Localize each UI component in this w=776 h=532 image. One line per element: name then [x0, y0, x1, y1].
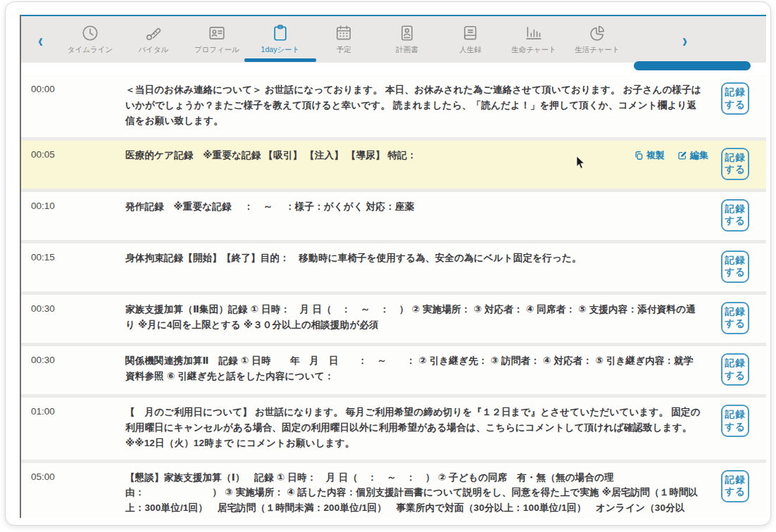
row-text: ＜当日のお休み連絡について＞ お世話になっております。 本日、お休みされた為ご連… [125, 82, 720, 129]
row-time: 00:30 [21, 302, 125, 314]
app-window: ‹ タイムライン バイタル プロフィール 1dayシート 予定 計画書 人生録 … [5, 1, 771, 526]
copy-icon [634, 151, 644, 160]
record-button[interactable]: 記録する [721, 405, 749, 437]
book-icon [461, 24, 480, 42]
row-time: 00:05 [21, 148, 125, 160]
prev-tabs-button[interactable]: ‹ [31, 30, 50, 49]
record-row: 05:00 【懇談】家族支援加算（Ⅰ） 記録 ① 日時： 月 日（ ： ～ ： … [21, 463, 766, 518]
tab-label: 生命チャート [511, 45, 556, 55]
bar-chart-icon [525, 24, 543, 42]
clipboard-icon [271, 24, 289, 42]
tab-label: 人生録 [459, 45, 482, 55]
record-button[interactable]: 記録する [721, 148, 749, 180]
row-text: 【懇談】家族支援加算（Ⅰ） 記録 ① 日時： 月 日（ ： ～ ： ） ② 子ど… [125, 470, 720, 518]
edit-icon [677, 151, 687, 160]
row-text: 関係機関連携加算Ⅱ 記録 ① 日時 年 月 日 ： ～ ： ② 引き継ぎ先： ③… [125, 353, 720, 384]
row-time: 00:30 [21, 353, 125, 365]
row-time: 00:00 [21, 82, 125, 94]
pie-chart-icon [588, 24, 606, 42]
tab-label: タイムライン [68, 45, 113, 55]
row-text: 家族支援加算（Ⅱ集団）記録 ① 日時： 月 日（ ： ～ ： ） ② 実施場所：… [125, 302, 720, 333]
record-button[interactable]: 記録する [721, 470, 749, 502]
record-row: 00:00 ＜当日のお休み連絡について＞ お世話になっております。 本日、お休み… [21, 75, 766, 137]
row-time: 00:15 [21, 251, 125, 262]
tab-label: バイタル [139, 45, 169, 55]
tab-label: 生活チャート [575, 45, 620, 55]
record-row: 00:30 家族支援加算（Ⅱ集団）記録 ① 日時： 月 日（ ： ～ ： ） ②… [21, 295, 766, 343]
clock-icon [81, 24, 99, 42]
record-row: 00:15 身体拘束記録【開始】【終了】目的： 移動時に車椅子を使用する為、安全… [21, 243, 766, 291]
record-row: 00:05 医療的ケア記録 ※重要な記録 【吸引】 【注入】 【導尿】 特記： … [21, 141, 766, 189]
calendar-icon [334, 24, 353, 42]
tab-clipboard[interactable]: 1dayシート [249, 18, 312, 62]
horizontal-scrollbar-thumb[interactable] [634, 61, 751, 70]
plan-badge-icon [398, 24, 416, 42]
thermometer-icon [144, 24, 163, 42]
tab-label: 計画書 [396, 45, 418, 55]
record-row: 00:10 発作記録 ※重要な記録 ： ～ ：様子：がくがく 対応：座薬 記録す… [21, 192, 766, 240]
active-tab-underline [244, 58, 316, 62]
record-button[interactable]: 記録する [721, 251, 749, 283]
row-text: 身体拘束記録【開始】【終了】目的： 移動時に車椅子を使用する為、安全の為にベルト… [125, 251, 720, 266]
tab-thermometer[interactable]: バイタル [122, 18, 185, 55]
tab-book[interactable]: 人生録 [439, 18, 502, 55]
row-actions: 複製 編集 [634, 148, 708, 162]
row-text: 【 月のご利用日について】 お世話になります。 毎月ご利用希望の締め切りを『１２… [125, 405, 720, 451]
tab-bar: ‹ タイムライン バイタル プロフィール 1dayシート 予定 計画書 人生録 … [21, 15, 766, 63]
tab-bar-chart[interactable]: 生命チャート [502, 18, 565, 55]
tab-label: 予定 [337, 45, 351, 55]
tab-plan-badge[interactable]: 計画書 [375, 18, 439, 55]
next-tabs-button[interactable]: › [675, 30, 694, 49]
row-text: 発作記録 ※重要な記録 ： ～ ：様子：がくがく 対応：座薬 [125, 199, 720, 215]
record-button[interactable]: 記録する [721, 82, 749, 115]
tab-pie-chart[interactable]: 生活チャート [565, 18, 629, 55]
row-text: 医療的ケア記録 ※重要な記録 【吸引】 【注入】 【導尿】 特記： [125, 148, 634, 163]
id-card-icon [208, 24, 226, 42]
app-content: ‹ タイムライン バイタル プロフィール 1dayシート 予定 計画書 人生録 … [20, 15, 766, 518]
record-button[interactable]: 記録する [721, 199, 749, 232]
record-button[interactable]: 記録する [721, 353, 749, 386]
record-row: 00:30 関係機関連携加算Ⅱ 記録 ① 日時 年 月 日 ： ～ ： ② 引き… [21, 346, 766, 394]
record-list: 00:00 ＜当日のお休み連絡について＞ お世話になっております。 本日、お休み… [21, 75, 766, 518]
tab-label: 1dayシート [261, 45, 300, 55]
tab-label: プロフィール [194, 45, 239, 55]
row-time: 00:10 [21, 199, 125, 211]
row-time: 05:00 [21, 470, 125, 482]
record-button[interactable]: 記録する [721, 302, 749, 334]
edit-button[interactable]: 編集 [677, 149, 708, 162]
tab-id-card[interactable]: プロフィール [185, 18, 249, 55]
tab-clock[interactable]: タイムライン [58, 18, 122, 55]
record-row: 01:00 【 月のご利用日について】 お世話になります。 毎月ご利用希望の締め… [21, 398, 766, 460]
row-time: 01:00 [21, 405, 125, 417]
tab-calendar[interactable]: 予定 [312, 18, 375, 55]
copy-button[interactable]: 複製 [634, 149, 665, 162]
tab-strip: タイムライン バイタル プロフィール 1dayシート 予定 計画書 人生録 生命… [58, 18, 629, 62]
